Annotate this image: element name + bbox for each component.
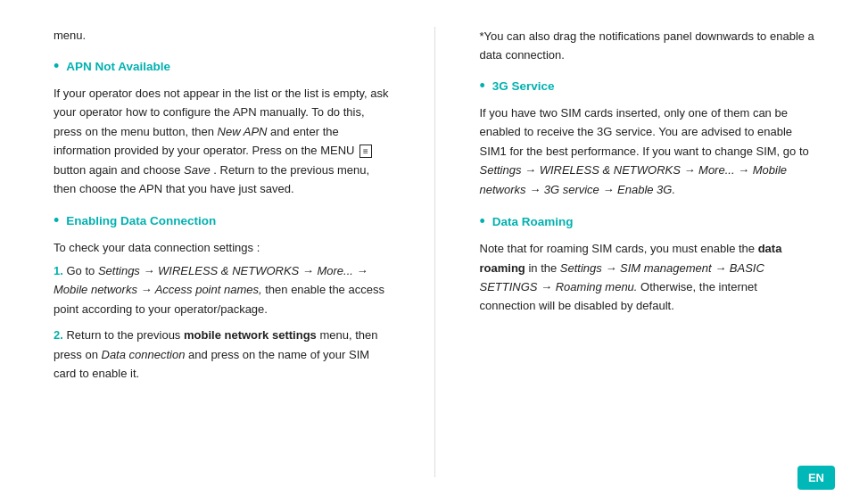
menu-ref-text: menu. <box>54 29 86 42</box>
roaming-title: Data Roaming <box>492 215 574 228</box>
menu-icon: ≡ <box>359 145 372 158</box>
3g-title-row: • 3G Service <box>480 79 816 98</box>
drag-note: *You can also drag the notifications pan… <box>480 27 816 65</box>
step1-num: 1. <box>54 264 63 277</box>
roaming-mid-text: in the <box>528 261 557 275</box>
apn-save: Save <box>184 163 211 177</box>
data-bullet: • <box>54 212 59 228</box>
apn-title-row: • APN Not Available <box>54 60 390 78</box>
step1-settings: Settings <box>98 264 144 277</box>
column-divider <box>434 27 435 477</box>
3g-body: If you have two SIM cards inserted, only… <box>480 103 816 199</box>
roaming-body: Note that for roaming SIM cards, you mus… <box>480 239 816 316</box>
right-column: *You can also drag the notifications pan… <box>480 27 816 477</box>
data-title: Enabling Data Connection <box>66 214 216 227</box>
section-3g: • 3G Service If you have two SIM cards i… <box>480 79 816 199</box>
step2-return: Return to the previous <box>66 328 180 342</box>
data-title-row: • Enabling Data Connection <box>54 214 390 233</box>
badge-label: EN <box>808 471 824 484</box>
data-step1: 1. Go to Settings → WIRELESS & NETWORKS … <box>54 261 390 318</box>
left-column: menu. • APN Not Available If your operat… <box>54 27 390 477</box>
step2-data: Data connection <box>102 348 189 361</box>
roaming-title-row: • Data Roaming <box>480 215 816 234</box>
roaming-bullet: • <box>480 213 485 229</box>
3g-path: → WIRELESS & NETWORKS → More... → Mobile… <box>480 163 788 195</box>
apn-title: APN Not Available <box>66 60 170 73</box>
3g-settings: Settings <box>480 163 525 177</box>
3g-bullet: • <box>480 78 485 94</box>
3g-title: 3G Service <box>492 79 555 93</box>
section-apn: • APN Not Available If your operator doe… <box>54 60 390 199</box>
language-badge: EN <box>797 466 835 490</box>
step2-num: 2. <box>54 328 63 342</box>
section-roaming: • Data Roaming Note that for roaming SIM… <box>480 215 816 316</box>
apn-body3: button again and choose <box>54 163 180 177</box>
apn-body: If your operator does not appear in the … <box>54 84 390 199</box>
page-content: menu. • APN Not Available If your operat… <box>0 0 851 504</box>
apn-newapn: New APN <box>218 125 268 138</box>
menu-ref: menu. <box>54 27 390 45</box>
data-intro: To check your data connection settings : <box>54 238 390 257</box>
3g-body-text: If you have two SIM cards inserted, only… <box>480 106 809 158</box>
step2-bold: mobile network settings <box>184 328 319 342</box>
section-data: • Enabling Data Connection To check your… <box>54 214 390 390</box>
data-step2: 2. Return to the previous mobile network… <box>54 326 390 383</box>
step1-go-text: Go to <box>66 264 95 277</box>
roaming-intro: Note that for roaming SIM cards, you mus… <box>480 242 756 255</box>
apn-bullet: • <box>54 58 59 74</box>
